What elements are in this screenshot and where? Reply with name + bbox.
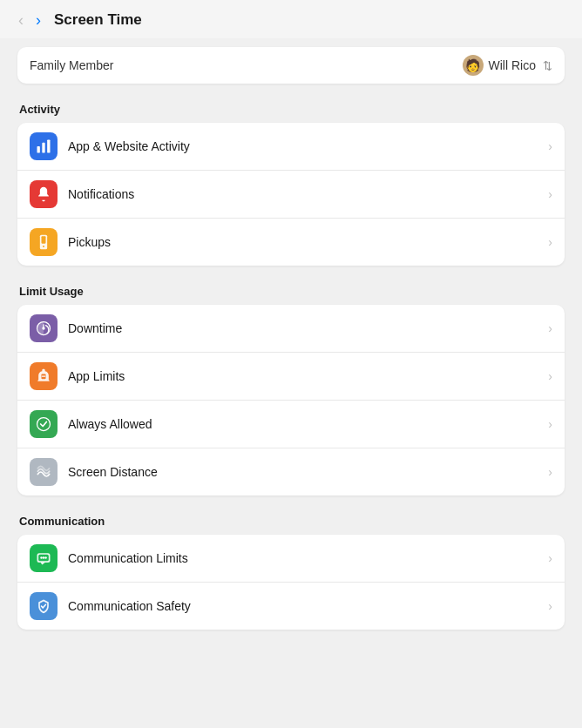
back-button[interactable]: ‹ [14, 10, 28, 30]
always-allowed-icon [30, 410, 58, 438]
list-item-communication-limits[interactable]: Communication Limits › [17, 535, 565, 583]
svg-rect-1 [42, 143, 44, 153]
app-website-activity-icon [30, 132, 58, 160]
svg-point-13 [40, 556, 43, 559]
activity-list: App & Website Activity › Notifications › [17, 123, 565, 266]
screen-distance-label: Screen Distance [68, 465, 545, 479]
communication-safety-icon [30, 592, 58, 620]
communication-limits-label: Communication Limits [68, 551, 545, 565]
svg-point-15 [44, 556, 47, 559]
list-item-communication-safety[interactable]: Communication Safety › [17, 583, 565, 630]
forward-button[interactable]: › [31, 10, 45, 30]
limit-usage-section: Limit Usage Downtime › [17, 285, 565, 495]
list-item-downtime[interactable]: Downtime › [17, 305, 565, 353]
notifications-label: Notifications [68, 187, 545, 201]
communication-safety-label: Communication Safety [68, 599, 545, 613]
title-bar: ‹ › Screen Time [0, 0, 582, 38]
list-item-screen-distance[interactable]: Screen Distance › [17, 448, 565, 495]
app-limits-label: App Limits [68, 369, 545, 383]
user-name: Will Rico [489, 58, 536, 72]
stepper-icon: ⇅ [543, 59, 552, 72]
chevron-icon: › [548, 369, 552, 383]
pickups-icon [30, 228, 58, 256]
list-item-app-website-activity[interactable]: App & Website Activity › [17, 123, 565, 171]
main-content: Family Member 🧑 Will Rico ⇅ Activity App… [0, 38, 582, 728]
user-selector[interactable]: 🧑 Will Rico ⇅ [463, 55, 552, 76]
pickups-label: Pickups [68, 235, 545, 249]
svg-point-5 [43, 246, 44, 247]
list-item-pickups[interactable]: Pickups › [17, 219, 565, 266]
chevron-icon: › [548, 235, 552, 249]
avatar: 🧑 [463, 55, 484, 76]
communication-section: Communication Communication Limits › [17, 515, 565, 630]
app-website-activity-label: App & Website Activity [68, 139, 545, 153]
activity-section: Activity App & Website Activity › [17, 103, 565, 266]
chevron-icon: › [548, 187, 552, 201]
communication-list: Communication Limits › Communication Saf… [17, 535, 565, 630]
activity-section-title: Activity [19, 103, 565, 116]
limit-usage-section-title: Limit Usage [19, 285, 565, 298]
communication-section-title: Communication [19, 515, 565, 528]
communication-limits-icon [30, 544, 58, 572]
chevron-icon: › [548, 417, 552, 431]
list-item-always-allowed[interactable]: Always Allowed › [17, 401, 565, 448]
always-allowed-label: Always Allowed [68, 417, 545, 431]
list-item-notifications[interactable]: Notifications › [17, 171, 565, 219]
list-item-app-limits[interactable]: App Limits › [17, 353, 565, 401]
page-title: Screen Time [54, 11, 142, 29]
chevron-icon: › [548, 551, 552, 565]
chevron-icon: › [548, 599, 552, 613]
app-limits-icon [30, 362, 58, 390]
family-member-label: Family Member [30, 58, 113, 72]
downtime-label: Downtime [68, 321, 545, 335]
family-member-selector[interactable]: Family Member 🧑 Will Rico ⇅ [17, 47, 565, 84]
svg-rect-0 [37, 146, 40, 153]
limit-usage-list: Downtime › App Limits › [17, 305, 565, 495]
svg-point-10 [37, 418, 51, 431]
svg-rect-4 [42, 236, 46, 243]
svg-point-14 [43, 556, 45, 559]
chevron-icon: › [548, 465, 552, 479]
chevron-icon: › [548, 321, 552, 335]
downtime-icon [30, 314, 58, 342]
svg-rect-2 [47, 140, 50, 153]
chevron-icon: › [548, 139, 552, 153]
screen-distance-icon [30, 458, 58, 486]
notifications-icon [30, 180, 58, 208]
